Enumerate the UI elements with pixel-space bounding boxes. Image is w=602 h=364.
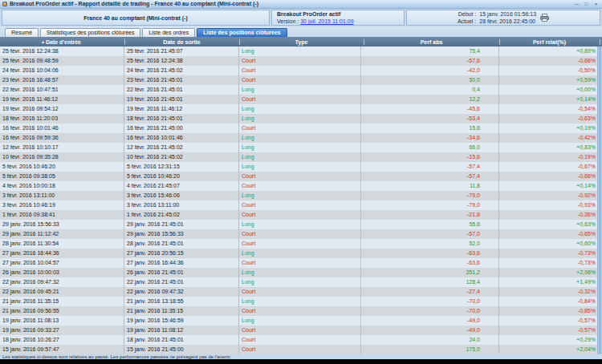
- table-row[interactable]: 25 févr. 2016 09:48:59 25 févr. 2016 12:…: [0, 56, 602, 66]
- cell-type: Long: [239, 47, 361, 56]
- table-row[interactable]: 24 févr. 2016 10:04:06 24 févr. 2016 21:…: [0, 66, 602, 75]
- cell-perf-abs: -15,6: [361, 152, 499, 162]
- table-row[interactable]: 5 févr. 2016 09:38:05 5 févr. 2016 10:46…: [0, 172, 602, 181]
- scrollbar-thumb[interactable]: [599, 47, 601, 354]
- system-info: Breakout ProOrder actif Version : 30 jui…: [271, 10, 405, 26]
- cell-date-entree: 15 janv. 2016 09:57:47: [0, 345, 124, 354]
- cell-type: Court: [239, 258, 361, 268]
- cell-perf-abs: 55,6: [361, 220, 499, 229]
- table-row[interactable]: 22 janv. 2016 09:45:21 22 janv. 2016 09:…: [0, 287, 602, 297]
- cell-type: Long: [239, 249, 361, 258]
- cell-perf-abs: -27,4: [361, 287, 499, 297]
- cell-date-entree: 22 janv. 2016 09:47:32: [0, 277, 124, 287]
- window-title: Breakout ProOrder actif - Rapport détail…: [10, 0, 571, 8]
- tab[interactable]: Résumé: [5, 28, 39, 37]
- table-row[interactable]: 3 févr. 2016 10:46:19 3 févr. 2016 13:11…: [0, 200, 602, 210]
- cell-date-entree: 19 févr. 2016 11:46:12: [0, 95, 124, 104]
- cell-perf-relat: -0,73%: [499, 249, 597, 258]
- cell-date-sortie: 27 janv. 2016 16:44:36: [124, 258, 239, 268]
- cell-perf-abs: -63,6: [361, 249, 499, 258]
- sort-ascending-icon: ▲: [41, 39, 45, 44]
- table-row[interactable]: 21 janv. 2016 11:35:15 21 janv. 2016 13:…: [0, 297, 602, 306]
- table-row[interactable]: 5 févr. 2016 10:46:20 5 févr. 2016 12:31…: [0, 162, 602, 172]
- time-grid: Début : 15 janv. 2016 01:56:13 Actuel : …: [458, 10, 536, 25]
- maximize-button[interactable]: □: [583, 1, 590, 8]
- minimize-button[interactable]: —: [573, 1, 580, 8]
- cell-date-sortie: 21 janv. 2016 11:35:15: [124, 306, 239, 316]
- column-header-perf-relat[interactable]: Perf relat(%): [502, 39, 597, 45]
- table-row[interactable]: 26 janv. 2016 10:00:03 26 janv. 2016 21:…: [0, 268, 602, 277]
- column-header-date-sortie[interactable]: Date de sortie: [127, 39, 237, 45]
- cell-perf-abs: -70,0: [361, 306, 499, 316]
- cell-date-sortie: 19 janv. 2016 15:46:59: [124, 316, 239, 326]
- tab[interactable]: Liste des positions clôturées: [197, 28, 287, 37]
- cell-perf-abs: -34,6: [361, 133, 499, 143]
- tab[interactable]: Liste des ordres: [142, 28, 195, 37]
- table-row[interactable]: 19 févr. 2016 11:46:12 19 févr. 2016 21:…: [0, 95, 602, 104]
- table-row[interactable]: 1 févr. 2016 09:38:41 1 févr. 2016 21:45…: [0, 210, 602, 220]
- table-row[interactable]: 19 févr. 2016 09:54:12 19 févr. 2016 11:…: [0, 104, 602, 114]
- cell-perf-relat: -0,73%: [499, 258, 597, 268]
- table-row[interactable]: 29 janv. 2016 15:56:33 29 janv. 2016 21:…: [0, 220, 602, 229]
- cell-date-entree: 24 févr. 2016 10:04:06: [0, 66, 124, 75]
- cell-date-entree: 27 janv. 2016 10:04:57: [0, 258, 124, 268]
- version-date-link[interactable]: 30 juil. 2015 11:01:09: [300, 18, 353, 24]
- cell-date-entree: 21 janv. 2016 11:35:15: [0, 297, 124, 306]
- table-row[interactable]: 28 janv. 2016 11:30:54 28 janv. 2016 21:…: [0, 239, 602, 249]
- cell-type: Court: [239, 75, 361, 85]
- table-row[interactable]: 19 janv. 2016 11:08:13 19 janv. 2016 15:…: [0, 316, 602, 326]
- vertical-scrollbar[interactable]: [597, 47, 602, 354]
- cell-date-entree: 22 févr. 2016 10:47:51: [0, 85, 124, 95]
- table-row[interactable]: 29 janv. 2016 11:12:42 29 janv. 2016 15:…: [0, 229, 602, 239]
- table-row[interactable]: 12 févr. 2016 10:10:17 12 févr. 2016 21:…: [0, 143, 602, 152]
- cell-date-sortie: 10 févr. 2016 21:45:02: [124, 152, 239, 162]
- cell-perf-relat: -0,50%: [499, 66, 597, 75]
- cell-perf-relat: +0,19%: [499, 123, 597, 133]
- table-row[interactable]: 25 févr. 2016 12:24:38 25 févr. 2016 21:…: [0, 47, 602, 56]
- table-row[interactable]: 27 janv. 2016 10:04:57 27 janv. 2016 16:…: [0, 258, 602, 268]
- column-header-date-entree[interactable]: ▲Date d'entrée: [0, 39, 122, 45]
- cell-perf-abs: 251,2: [361, 268, 499, 277]
- cell-perf-abs: -70,0: [361, 297, 499, 306]
- cell-type: Long: [239, 191, 361, 200]
- cell-perf-relat: -0,57%: [499, 316, 597, 326]
- column-header-perf-abs[interactable]: Perf abs: [366, 39, 497, 45]
- table-row[interactable]: 22 févr. 2016 10:47:51 22 févr. 2016 21:…: [0, 85, 602, 95]
- table-row[interactable]: 18 janv. 2016 10:26:27 18 janv. 2016 21:…: [0, 335, 602, 345]
- close-button[interactable]: ×: [592, 1, 600, 8]
- column-header-type[interactable]: Type: [242, 39, 361, 45]
- cell-type: Long: [239, 162, 361, 172]
- cell-perf-abs: -79,0: [361, 200, 499, 210]
- cell-date-sortie: 18 janv. 2016 21:45:01: [124, 335, 239, 345]
- cell-perf-abs: 128,4: [361, 277, 499, 287]
- cell-date-entree: 29 janv. 2016 15:56:33: [0, 220, 124, 229]
- cell-perf-relat: -0,65%: [499, 229, 597, 239]
- table-row[interactable]: 23 févr. 2016 16:48:57 23 févr. 2016 21:…: [0, 75, 602, 85]
- cell-perf-relat: -0,19%: [499, 152, 597, 162]
- table-row[interactable]: 10 févr. 2016 09:35:28 10 févr. 2016 21:…: [0, 152, 602, 162]
- table-row[interactable]: 21 janv. 2016 09:56:55 21 janv. 2016 11:…: [0, 306, 602, 316]
- cell-type: Long: [239, 268, 361, 277]
- table-row[interactable]: 3 févr. 2016 13:11:00 3 févr. 2016 15:46…: [0, 191, 602, 200]
- tab[interactable]: Statistiques des positions clôturées: [40, 28, 140, 37]
- cell-type: Long: [239, 152, 361, 162]
- table-row[interactable]: 16 févr. 2016 09:59:36 16 févr. 2016 10:…: [0, 133, 602, 143]
- table-row[interactable]: 18 févr. 2016 11:20:03 18 févr. 2016 21:…: [0, 114, 602, 123]
- cell-perf-relat: +2,04%: [499, 345, 597, 354]
- cell-perf-abs: -63,6: [361, 258, 499, 268]
- cell-perf-abs: -57,4: [361, 172, 499, 181]
- cell-date-entree: 21 janv. 2016 09:56:55: [0, 306, 124, 316]
- report-header: France 40 au comptant (Mini-contrat (-) …: [0, 9, 602, 26]
- printer-icon[interactable]: [540, 14, 549, 22]
- system-name: Breakout ProOrder actif: [277, 10, 404, 18]
- cell-date-entree: 19 janv. 2016 09:33:27: [0, 326, 124, 335]
- table-row[interactable]: 16 févr. 2016 10:01:46 16 févr. 2016 21:…: [0, 123, 602, 133]
- cell-perf-relat: -0,57%: [499, 326, 597, 335]
- table-row[interactable]: 22 janv. 2016 09:47:32 22 janv. 2016 21:…: [0, 277, 602, 287]
- cell-date-entree: 19 févr. 2016 09:54:12: [0, 104, 124, 114]
- table-row[interactable]: 15 janv. 2016 09:57:47 15 janv. 2016 21:…: [0, 345, 602, 354]
- cell-type: Court: [239, 345, 361, 354]
- table-row[interactable]: 19 janv. 2016 09:33:27 19 janv. 2016 11:…: [0, 326, 602, 335]
- table-row[interactable]: 27 janv. 2016 16:44:36 27 janv. 2016 20:…: [0, 249, 602, 258]
- table-row[interactable]: 4 févr. 2016 10:00:18 4 févr. 2016 21:45…: [0, 181, 602, 191]
